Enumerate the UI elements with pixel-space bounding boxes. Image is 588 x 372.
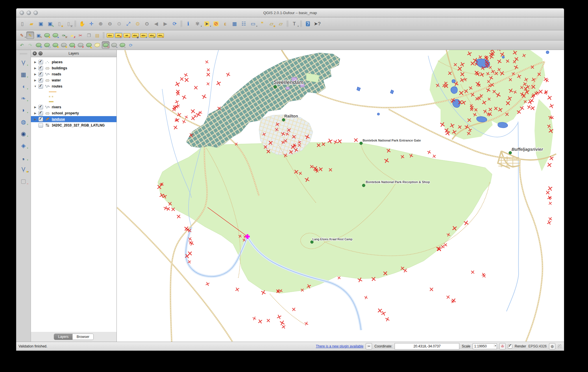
delete-part[interactable]: ✗ bbox=[77, 41, 84, 49]
fill-ring[interactable]: ✗ bbox=[68, 41, 76, 49]
add-postgis-layer[interactable]: ◖+ bbox=[18, 82, 29, 91]
layer-expand-arrow[interactable]: ▶ bbox=[34, 67, 37, 70]
paste-features[interactable]: ▤ bbox=[93, 31, 101, 39]
open-project[interactable]: ▰ bbox=[27, 19, 36, 28]
rotate-feature[interactable]: ⟳ bbox=[35, 41, 42, 49]
new-print-composer[interactable]: ▯✱ bbox=[55, 19, 64, 28]
unpin-labels[interactable]: ab● bbox=[123, 31, 131, 39]
layer-label[interactable]: buildings bbox=[52, 66, 67, 70]
layer-visibility-checkbox[interactable] bbox=[38, 117, 43, 122]
text-annotation[interactable]: T▾ bbox=[290, 19, 299, 28]
deselect-features[interactable]: ⊘ bbox=[212, 19, 220, 28]
remove-layer[interactable]: ▢– bbox=[18, 177, 29, 185]
layer-visibility-checkbox[interactable] bbox=[38, 72, 43, 77]
layer-visibility-checkbox[interactable] bbox=[38, 60, 43, 64]
save-project[interactable]: ▣ bbox=[36, 19, 45, 28]
layer-expand-arrow[interactable]: ▼ bbox=[34, 85, 37, 88]
zoom-to-selection[interactable]: ⊙ bbox=[133, 19, 142, 28]
layer-label[interactable]: roads bbox=[52, 72, 61, 76]
merge-selected-features[interactable]: ⇣ bbox=[119, 41, 126, 49]
redo[interactable]: ↷ bbox=[26, 41, 34, 49]
layer-label[interactable]: 3420C_2010_327_RGB_LATLNG bbox=[52, 123, 105, 127]
resize-grip[interactable] bbox=[558, 344, 562, 348]
zoom-out-tool[interactable]: ⊖ bbox=[106, 19, 114, 28]
layer-item-3420c_2010_327_rgb_latlng[interactable]: 3420C_2010_327_RGB_LATLNG bbox=[31, 122, 117, 128]
cut-features[interactable]: ✂ bbox=[77, 31, 84, 39]
delete-selected[interactable]: ▰✗ bbox=[68, 31, 76, 39]
add-vector-layer[interactable]: Ṿ+ bbox=[18, 58, 29, 67]
pin-labels[interactable]: ab📍 bbox=[114, 31, 122, 39]
add-feature[interactable]: ✱ bbox=[43, 31, 51, 39]
whats-this[interactable]: ➤? bbox=[313, 19, 321, 28]
run-feature-action[interactable]: ✾▾ bbox=[193, 19, 202, 28]
add-wcs-layer[interactable]: ◉+ bbox=[18, 129, 29, 138]
labeling[interactable]: abc bbox=[106, 31, 114, 39]
simplify-feature[interactable]: ⬡ bbox=[43, 41, 51, 49]
move-label[interactable]: abc➜ bbox=[140, 31, 147, 39]
split-parts[interactable]: ∿ bbox=[110, 41, 118, 49]
layer-label[interactable]: places bbox=[52, 60, 62, 64]
add-delimited-text-layer[interactable]: ❟+ bbox=[18, 153, 29, 162]
pan-to-selection[interactable]: ✛ bbox=[87, 19, 96, 28]
new-shapefile-layer[interactable]: Ṿ✱▾ bbox=[18, 165, 29, 174]
panel-tab-layers[interactable]: Layers bbox=[54, 334, 73, 340]
zoom-full-extent[interactable]: ⤢ bbox=[124, 19, 133, 28]
change-label-properties[interactable]: abc✎ bbox=[156, 31, 164, 39]
refresh-map[interactable]: ⟳ bbox=[170, 19, 179, 28]
layer-visibility-checkbox[interactable] bbox=[38, 111, 43, 116]
layer-expand-arrow[interactable]: ▶ bbox=[34, 112, 37, 115]
composer-manager[interactable]: ▯⚒ bbox=[64, 19, 73, 28]
map-svg[interactable]: SwellendamRailtonBontebok National Park … bbox=[117, 50, 564, 342]
layer-expand-arrow[interactable]: ▶ bbox=[34, 118, 37, 121]
statistical-summary[interactable]: ☷ bbox=[239, 19, 248, 28]
layer-item-routes[interactable]: ▼routes bbox=[31, 83, 117, 89]
plugin-available-link[interactable]: There is a new plugin available bbox=[316, 344, 363, 348]
select-features-dropdown-icon[interactable]: ▾ bbox=[210, 25, 211, 27]
layer-expand-arrow[interactable]: ▶ bbox=[34, 61, 37, 64]
layer-item-water[interactable]: ▶water bbox=[31, 77, 117, 83]
new-bookmark[interactable]: ▱✱ bbox=[267, 19, 276, 28]
undo[interactable]: ↶ bbox=[18, 41, 26, 49]
layer-expand-arrow[interactable]: ▶ bbox=[34, 73, 37, 76]
measure-tool-dropdown-icon[interactable]: ▾ bbox=[256, 25, 257, 27]
layer-item-school_property[interactable]: ▶school_property bbox=[31, 110, 117, 116]
zoom-last[interactable]: ◀ bbox=[152, 19, 160, 28]
copy-features[interactable]: ❐ bbox=[85, 31, 93, 39]
zoom-next[interactable]: ▶ bbox=[161, 19, 170, 28]
title-bar[interactable]: QGIS 2.0.1-Dufour – basic_map bbox=[16, 8, 564, 17]
offset-curve[interactable] bbox=[93, 41, 101, 49]
show-bookmarks[interactable]: ▱ bbox=[276, 19, 285, 28]
add-raster-layer[interactable]: ▦+ bbox=[18, 70, 29, 79]
rotate-label[interactable]: abc⟳ bbox=[148, 31, 156, 39]
toggle-editing[interactable]: ✎ bbox=[26, 31, 34, 39]
layer-label[interactable]: school_property bbox=[52, 111, 79, 115]
rotate-point-symbols[interactable]: ⟳ bbox=[127, 41, 135, 49]
current-edits-dropdown-icon[interactable]: ▾ bbox=[25, 36, 26, 38]
select-by-expression[interactable]: ε bbox=[221, 19, 230, 28]
zoom-to-layer[interactable]: ⊙ bbox=[143, 19, 151, 28]
add-ring[interactable]: ✱ bbox=[51, 41, 59, 49]
text-annotation-dropdown-icon[interactable]: ▾ bbox=[297, 25, 299, 27]
current-edits[interactable]: ✎▾ bbox=[18, 31, 26, 39]
add-spatialite-layer[interactable]: ❧+ bbox=[18, 94, 29, 103]
save-layer-edits[interactable]: ▣✎ bbox=[35, 31, 42, 39]
layer-expand-arrow[interactable]: ▶ bbox=[34, 79, 37, 82]
node-tool[interactable]: ✑⚒ bbox=[60, 31, 68, 39]
new-shapefile-layer-dropdown-icon[interactable]: ▾ bbox=[27, 171, 29, 173]
open-attribute-table[interactable]: ▦ bbox=[230, 19, 239, 28]
toolbar-grip[interactable] bbox=[20, 53, 27, 55]
map-canvas[interactable]: SwellendamRailtonBontebok National Park … bbox=[117, 50, 564, 342]
identify-features[interactable]: ℹ bbox=[184, 19, 193, 28]
stop-render-icon[interactable]: ✇ bbox=[499, 343, 506, 349]
add-mssql-layer[interactable]: ◗+ bbox=[18, 106, 29, 114]
split-features[interactable]: ✂ bbox=[102, 41, 110, 49]
move-feature[interactable]: ➜ bbox=[51, 31, 59, 39]
map-tips[interactable]: ❞ bbox=[258, 19, 267, 28]
layer-label[interactable]: water bbox=[52, 78, 61, 82]
measure-tool[interactable]: ▭▾ bbox=[249, 19, 257, 28]
layer-visibility-checkbox[interactable] bbox=[38, 105, 43, 109]
layer-label[interactable]: landuse bbox=[52, 117, 65, 121]
layer-item-places[interactable]: ▶places bbox=[31, 59, 117, 65]
save-project-as[interactable]: ▣✎ bbox=[46, 19, 54, 28]
add-wfs-layer[interactable]: ◈+ bbox=[18, 141, 29, 150]
